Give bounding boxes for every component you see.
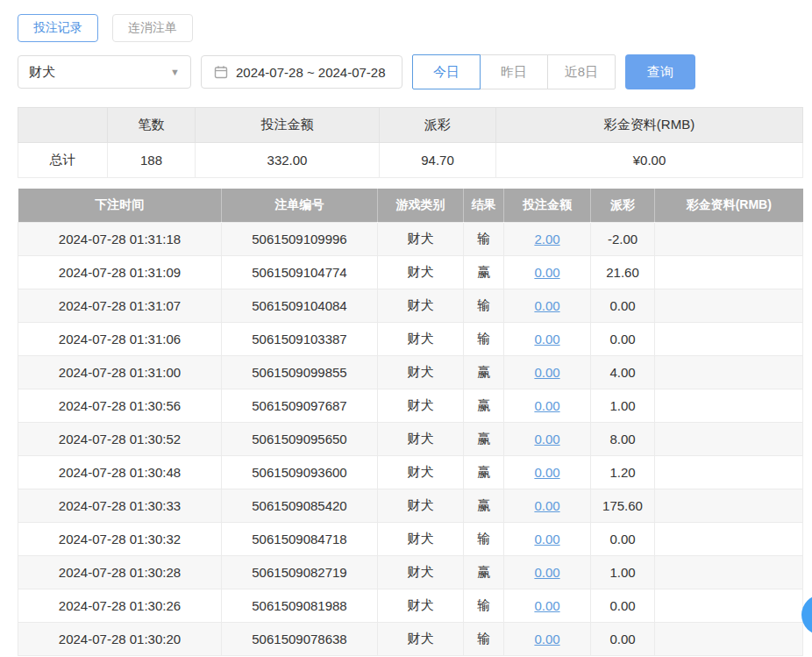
game-type: 财犬 [378,322,464,355]
order-id: 5061509097687 [222,389,378,422]
order-id: 5061509104084 [222,289,378,322]
payout-value: 0.00 [591,622,655,655]
bonus-value [655,289,803,322]
bet-result: 输 [464,222,504,255]
game-select-value: 财犬 [29,64,55,81]
bet-amount-cell: 0.00 [504,289,591,322]
bet-amount-cell: 0.00 [504,489,591,522]
bet-amount-link[interactable]: 0.00 [534,598,559,613]
date-range-value: 2024-07-28 ~ 2024-07-28 [236,65,386,80]
game-type: 财犬 [378,255,464,289]
game-type: 财犬 [378,522,464,555]
bonus-value [655,589,803,622]
table-row: 2024-07-28 01:30:20 5061509078638 财犬 输 0… [18,622,803,655]
header-bonus: 彩金资料(RMB) [655,189,803,222]
game-type: 财犬 [378,355,464,389]
bet-time: 2024-07-28 01:30:26 [18,589,222,622]
table-row: 2024-07-28 01:30:52 5061509095650 财犬 赢 0… [18,422,803,455]
bet-time: 2024-07-28 01:30:28 [18,555,222,589]
quick-button-last8days[interactable]: 近8日 [547,54,616,89]
bet-table-header-row: 下注时间 注单编号 游戏类别 结果 投注金额 派彩 彩金资料(RMB) [18,189,803,222]
order-id: 5061509085420 [222,489,378,522]
search-button[interactable]: 查询 [625,54,695,89]
bonus-value [655,422,803,455]
order-id: 5061509103387 [222,322,378,355]
bet-amount-link[interactable]: 2.00 [534,232,559,246]
bet-result: 输 [464,589,504,622]
header-payout: 派彩 [591,189,655,222]
bet-result: 输 [464,622,504,655]
calendar-icon [214,65,228,79]
payout-value: 1.20 [591,455,655,489]
table-row: 2024-07-28 01:31:09 5061509104774 财犬 赢 0… [18,255,803,289]
game-type: 财犬 [378,289,464,322]
game-type: 财犬 [378,489,464,522]
tab-cancelled-orders[interactable]: 连消注单 [112,14,193,42]
date-range-input[interactable]: 2024-07-28 ~ 2024-07-28 [201,55,402,89]
bet-table-body: 2024-07-28 01:31:18 5061509109996 财犬 输 2… [18,222,803,655]
bet-amount-link[interactable]: 0.00 [534,432,559,446]
summary-total-row: 总计 188 332.00 94.70 ¥0.00 [18,143,803,178]
bet-amount-link[interactable]: 0.00 [534,398,559,413]
payout-value: 1.00 [591,389,655,422]
bet-amount-cell: 0.00 [504,322,591,355]
tab-bar: 投注记录 连消注单 [18,14,802,42]
game-select[interactable]: 财犬 ▼ [18,55,191,89]
payout-value: 0.00 [591,589,655,622]
table-row: 2024-07-28 01:30:32 5061509084718 财犬 输 0… [18,522,803,555]
header-result: 结果 [464,189,504,222]
bet-amount-cell: 0.00 [504,522,591,555]
bonus-value [655,389,803,422]
bet-result: 输 [464,289,504,322]
summary-table: 笔数 投注金额 派彩 彩金资料(RMB) 总计 188 332.00 94.70… [18,107,803,178]
table-row: 2024-07-28 01:30:56 5061509097687 财犬 赢 0… [18,389,803,422]
bet-amount-link[interactable]: 0.00 [534,465,559,480]
game-type: 财犬 [378,222,464,255]
header-order-id: 注单编号 [222,189,378,222]
bonus-value [655,322,803,355]
order-id: 5061509093600 [222,455,378,489]
bet-time: 2024-07-28 01:30:33 [18,489,222,522]
summary-header-count: 笔数 [108,108,196,143]
header-bet-amount: 投注金额 [504,189,591,222]
quick-button-today[interactable]: 今日 [412,54,481,89]
table-row: 2024-07-28 01:31:00 5061509099855 财犬 赢 0… [18,355,803,389]
payout-value: 175.60 [591,489,655,522]
payout-value: 0.00 [591,322,655,355]
bet-time: 2024-07-28 01:31:18 [18,222,222,255]
bet-result: 赢 [464,555,504,589]
betting-records-page: 投注记录 连消注单 财犬 ▼ 2024-07-28 ~ 2024-07-28 今… [0,0,812,657]
bet-amount-link[interactable]: 0.00 [534,632,559,646]
game-type: 财犬 [378,455,464,489]
bet-amount-link[interactable]: 0.00 [534,365,559,380]
bet-amount-link[interactable]: 0.00 [534,332,559,346]
bet-time: 2024-07-28 01:30:20 [18,622,222,655]
bet-amount-link[interactable]: 0.00 [534,498,559,513]
payout-value: 0.00 [591,522,655,555]
table-row: 2024-07-28 01:30:28 5061509082719 财犬 赢 0… [18,555,803,589]
quick-button-yesterday[interactable]: 昨日 [480,54,548,89]
order-id: 5061509095650 [222,422,378,455]
bet-time: 2024-07-28 01:31:09 [18,255,222,289]
summary-header-empty [18,108,108,143]
bet-result: 赢 [464,255,504,289]
game-type: 财犬 [378,422,464,455]
bet-amount-link[interactable]: 0.00 [534,532,559,546]
table-row: 2024-07-28 01:30:48 5061509093600 财犬 赢 0… [18,455,803,489]
payout-value: 0.00 [591,289,655,322]
table-row: 2024-07-28 01:30:26 5061509081988 财犬 输 0… [18,589,803,622]
bet-amount-link[interactable]: 0.00 [534,298,559,313]
table-row: 2024-07-28 01:31:07 5061509104084 财犬 输 0… [18,289,803,322]
header-bet-time: 下注时间 [18,189,222,222]
bonus-value [655,222,803,255]
bet-amount-link[interactable]: 0.00 [534,265,559,280]
bonus-value [655,455,803,489]
bet-time: 2024-07-28 01:31:06 [18,322,222,355]
bonus-value [655,522,803,555]
tab-betting-records[interactable]: 投注记录 [18,14,98,42]
bet-result: 输 [464,522,504,555]
bet-result: 赢 [464,455,504,489]
bet-amount-link[interactable]: 0.00 [534,565,559,580]
table-row: 2024-07-28 01:31:18 5061509109996 财犬 输 2… [18,222,803,255]
game-type: 财犬 [378,555,464,589]
